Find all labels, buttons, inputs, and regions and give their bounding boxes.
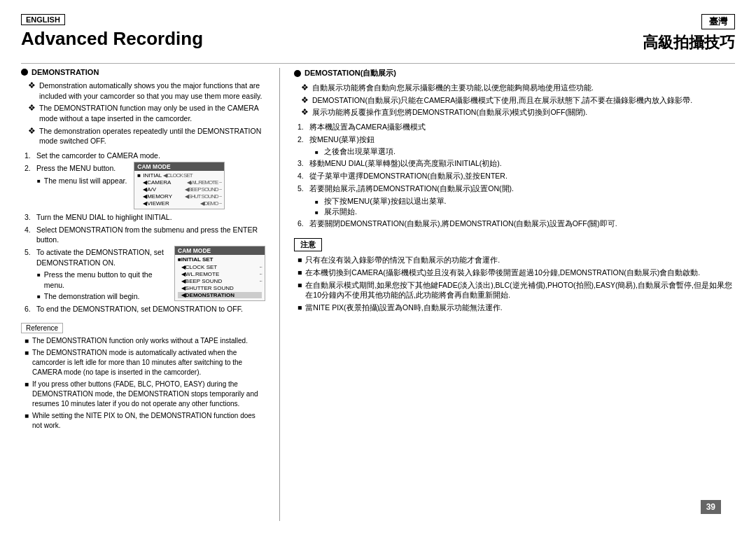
header-section: ENGLISH Advanced Recording 臺灣 高級拍攝技巧 [21,14,735,53]
list-item: ■ 在自動展示模式期間,如果您按下其他鍵FADE(淡入淡出),BLC(逆光補償)… [298,280,735,300]
left-header: ENGLISH Advanced Recording [21,14,203,50]
list-item: ■ The DEMONSTRATION mode is automaticall… [24,348,265,377]
cam-mode-item: ■◀SHUTTER SOUND [178,285,262,291]
sub-item: ■ The menu list will appear. [37,176,127,186]
diamond-icon: ❖ [28,103,36,113]
step-number: 4. [24,225,33,235]
step-5-sub: ■ Press the menu button to quit the menu… [37,270,169,301]
step-6: 6. To end the DEMONSTRATION, set DEMONST… [24,304,265,314]
sub-text: The demonstration will begin. [44,291,140,302]
chinese-steps: 1. 將本機設置為CAMERA攝影機模式 2. 按MENU(菜單)按鈕 ■ 之後… [298,122,735,228]
bullet-text: The DEMONSTRATION function may only be u… [39,103,265,123]
list-item: ■ 只有在沒有裝入錄影帶的情況下自動展示的功能才會運作. [298,255,735,265]
sub-text: 展示開始. [324,207,357,216]
square-icon: ■ [315,149,318,155]
diamond-icon: ❖ [28,126,36,136]
list-item: ❖ 展示功能將反覆操作直到您將DEMONSTRATION(自動展示)模式切換到O… [301,107,735,118]
note-badge: 注意 [294,238,322,251]
sub-item: ■ 展示開始. [315,207,735,217]
ref-text: The DEMONSTRATION mode is automatically … [32,348,265,377]
sub-item: ■ 之後會出現菜單選項. [315,146,735,157]
right-step-1: 1. 將本機設置為CAMERA攝影機模式 [298,122,735,132]
taiwan-badge: 臺灣 [701,14,735,29]
square-icon: ■ [315,199,318,205]
step-2-sub: ■ The menu list will appear. [37,176,127,186]
chinese-title: 高級拍攝技巧 [643,32,735,53]
cam-mode-body-2: ■INITIAL SET ■◀CLOCK SET ··· ■◀WL.REMOTE… [175,255,265,300]
demonstration-header: DEMONSTRATION [21,68,265,76]
bullet-mark: ■ [298,303,302,313]
list-item: ■ While setting the NITE PIX to ON, the … [24,411,265,431]
header-divider [21,63,735,64]
bullet-mark: ■ [24,336,29,346]
list-item: ❖ The DEMONSTRATION function may only be… [28,103,265,123]
step-number: 5. [298,183,306,194]
step-number: 1. [298,122,306,132]
step-2: 2. Press the MENU button. [24,163,127,174]
bullet-text: DEMOSTATION(自動展示)只能在CAMERA攝影機模式下使用,而且在展示… [312,95,692,106]
content-row: DEMONSTRATION ❖ Demonstration automatica… [21,68,735,521]
list-item: ❖ The demonstration operates repeatedly … [28,126,265,146]
cam-mode-item: ■◀WL.REMOTE ··· [178,271,262,277]
list-item: ❖ 自動展示功能將會自動向您展示攝影機的主要功能,以便您能夠簡易地使用這些功能. [301,83,735,93]
list-item: ❖ Demonstration automatically shows you … [28,81,265,101]
cam-mode-item: ■◀BEEP SOUND ··· [178,278,262,284]
step-number: 2. [298,134,306,145]
step-text: 從子菜單中選擇DEMONSTRATION(自動展示),並按ENTER. [309,171,507,181]
right-step-3: 3. 移動MENU DIAL(菜單轉盤)以便高亮度顯示INITIAL(初始). [298,158,735,169]
bullet-text: Demonstration automatically shows you th… [39,81,265,101]
list-item: ■ The DEMONSTRATION function only works … [24,336,265,346]
step-number: 3. [298,158,306,169]
square-icon: ■ [37,293,41,300]
step-text: 將本機設置為CAMERA攝影機模式 [309,122,426,132]
square-icon: ■ [37,271,41,279]
step-text: Select DEMONSTRATION from the submenu an… [36,225,265,245]
step-text: To end the DEMONSTRATION, set DEMONSTRAT… [36,304,243,314]
step-number: 3. [24,212,33,223]
cam-mode-box-2: CAM MODE ■INITIAL SET ■◀CLOCK SET ··· ■◀… [174,246,265,301]
cam-mode-item: ■◀MEMORY ◀SHUT SOUND ··· [137,193,221,200]
step-number: 6. [298,218,306,229]
step-text: 按MENU(菜單)按鈕 [309,134,374,145]
english-badge: ENGLISH [21,14,65,25]
step-2-sub-cn: ■ 之後會出現菜單選項. [315,146,735,157]
bullet-mark: ■ [24,411,29,421]
note-text: 當NITE PIX(夜景拍攝)設置為ON時,自動展示功能無法運作. [305,303,502,313]
demostation-title: DEMOSTATION(自動展示) [304,68,396,78]
step-text: Press the MENU button. [36,163,115,174]
list-item: ■ 在本機切換到CAMERA(攝影機模式)並且沒有裝入錄影帶後開置超過10分鐘,… [298,268,735,278]
step-5-sub-cn: ■ 按下按MENU(菜單)按鈕以退出菜單. ■ 展示開始. [315,196,735,217]
sub-text: 按下按MENU(菜單)按鈕以退出菜單. [324,197,447,205]
note-bullets: ■ 只有在沒有裝入錄影帶的情況下自動展示的功能才會運作. ■ 在本機切換到CAM… [298,255,735,312]
cam-mode-item: ■◀A/V ◀BEEP SOUND ··· [137,186,221,193]
ref-text: While setting the NITE PIX to ON, the DE… [32,411,265,431]
step-1: 1. Set the camcorder to CAMERA mode. [24,151,265,161]
bullet-mark: ■ [24,348,29,358]
square-icon: ■ [315,209,318,216]
sub-text: Press the menu button to quit the menu. [44,270,169,290]
cam-mode-body: ■INITIAL ◀CLOCK SET ■◀CAMERA ◀WL.REMOTE … [134,171,224,209]
step-5: 5. To activate the DEMONSTRATION, set DE… [24,247,169,268]
ref-text: If you press other buttons (FADE, BLC, P… [32,380,265,409]
bullet-mark: ■ [298,268,302,278]
bullet-text: 自動展示功能將會自動向您展示攝影機的主要功能,以便您能夠簡易地使用這些功能. [312,83,594,93]
right-header: 臺灣 高級拍攝技巧 [643,14,735,53]
cam-mode-item-selected: ■◀DEMONSTRATION [178,292,262,298]
list-item: ■ 當NITE PIX(夜景拍攝)設置為ON時,自動展示功能無法運作. [298,303,735,313]
list-item: ■ If you press other buttons (FADE, BLC,… [24,380,265,409]
note-text: 只有在沒有裝入錄影帶的情況下自動展示的功能才會運作. [305,255,500,265]
sub-text: 之後會出現菜單選項. [324,147,396,155]
initial-set-label: ■INITIAL SET [178,256,262,263]
bullet-text: 展示功能將反覆操作直到您將DEMONSTRATION(自動展示)模式切換到OFF… [312,107,587,118]
right-step-6: 6. 若要關閉DEMONSTRATION(自動展示),將DEMONSTRATIO… [298,218,735,229]
note-text: 在自動展示模式期間,如果您按下其他鍵FADE(淡入淡出),BLC(逆光補償),P… [305,280,735,300]
step-number: 6. [24,304,33,314]
right-column: DEMOSTATION(自動展示) ❖ 自動展示功能將會自動向您展示攝影機的主要… [280,68,735,521]
diamond-icon: ❖ [301,83,309,92]
cam-mode-item: ■◀CAMERA ◀WL.REMOTE ··· [137,179,221,186]
step-number: 2. [24,163,33,174]
note-text: 在本機切換到CAMERA(攝影機模式)並且沒有裝入錄影帶後開置超過10分鐘,DE… [305,268,700,278]
ref-text: The DEMONSTRATION function only works wi… [32,336,248,346]
step-text: 若要關閉DEMONSTRATION(自動展示),將DEMONSTRATION(自… [309,218,617,229]
step-text: 若要開始展示,請將DEMONSTRATION(自動展示)設置ON(開). [309,183,514,194]
